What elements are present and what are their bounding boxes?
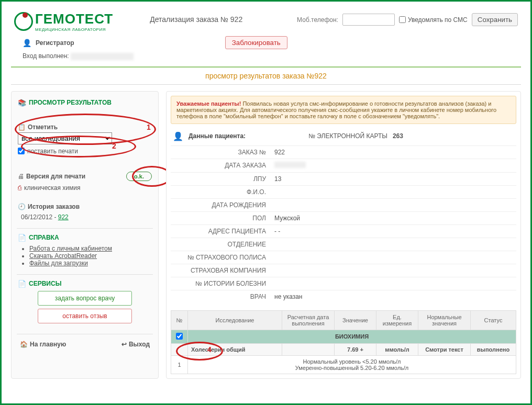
history-title: История заказов <box>28 203 80 210</box>
clock-icon: 🕘 <box>18 203 26 210</box>
notice-lead: Уважаемые пациенты! <box>176 100 241 107</box>
results-title: ПРОСМОТР РЕЗУЛЬТАТОВ <box>29 99 112 106</box>
save-button[interactable]: Сохранить <box>472 13 518 26</box>
help-title: СПРАВКА <box>29 234 59 241</box>
print-title: Версия для печати <box>26 173 85 180</box>
sms-checkbox[interactable] <box>399 16 406 23</box>
ref-text: Нормальный уровень <5.20 ммоль/л Умеренн… <box>188 355 516 374</box>
logo-text: ГЕМОТЕСТ <box>35 11 113 27</box>
exit-link[interactable]: ↩Выход <box>121 341 150 348</box>
ok-button[interactable]: o.k. <box>126 172 152 181</box>
pdf-link[interactable]: клиническая химия <box>24 184 81 192</box>
patient-label: Данные пациента: <box>189 132 246 140</box>
sidebar: 📚ПРОСМОТР РЕЗУЛЬТАТОВ 📋Отметить все иссл… <box>11 91 159 379</box>
ref-num: 1 <box>171 355 188 374</box>
order-detail-title: Детализация заказа № 922 <box>150 11 242 24</box>
blurred-date <box>274 162 306 168</box>
results-icon: 📚 <box>18 99 26 107</box>
user-icon: 👤 <box>23 39 31 47</box>
exit-icon: ↩ <box>121 341 127 348</box>
stamp-checkbox[interactable] <box>18 148 25 154</box>
home-icon: 🏠 <box>20 341 28 348</box>
notice-box: Уважаемые пациенты! Появилась новая услу… <box>171 96 516 124</box>
logo-icon <box>14 12 33 31</box>
clipboard-icon: 📋 <box>18 123 26 131</box>
help-link-cabinet[interactable]: Работа с личным кабинетом <box>29 245 112 252</box>
card-value: 263 <box>393 132 403 140</box>
result-row: Холестерин общий 7.69 + ммоль/л Смотри т… <box>171 343 516 355</box>
phone-input[interactable] <box>342 14 395 26</box>
view-bar-title: просмотр результатов заказа №922 <box>11 68 521 85</box>
feedback-button[interactable]: оставить отзыв <box>38 309 132 323</box>
role-label: Регистратор <box>36 39 74 47</box>
services-icon: 📄 <box>18 280 26 288</box>
services-title: СЕРВИСЫ <box>29 280 61 287</box>
group-title: БИОХИМИЯ <box>188 330 516 343</box>
help-link-files[interactable]: Файлы для загрузки <box>29 260 88 267</box>
print-icon: 🖨 <box>18 173 24 180</box>
history-link[interactable]: 922 <box>58 213 69 221</box>
mark-title: Отметить <box>28 123 58 131</box>
select-all-tests[interactable]: все исследования <box>18 132 112 144</box>
pdf-icon: ⎙ <box>18 184 21 192</box>
history-date: 06/12/2012 - <box>21 213 58 221</box>
help-link-acrobat[interactable]: Скачать AcrobatReader <box>29 252 97 260</box>
login-prefix: Вход выполнен: <box>23 52 69 60</box>
ask-doctor-button[interactable]: задать вопрос врачу <box>38 291 132 306</box>
stamp-label: поставить печати <box>27 148 78 155</box>
block-button[interactable]: Заблокировать <box>225 36 287 49</box>
group-checkbox[interactable] <box>176 333 183 340</box>
logo-subtext: МЕДИЦИНСКАЯ ЛАБОРАТОРИЯ <box>35 27 113 32</box>
main-panel: Уважаемые пациенты! Появилась новая услу… <box>166 91 521 379</box>
home-link[interactable]: 🏠На главную <box>20 341 66 348</box>
patient-info-table: ЗАКАЗ №922 ДАТА ЗАКАЗА ЛПУ13 Ф.И.О. ДАТА… <box>171 145 516 303</box>
patient-icon: 👤 <box>173 131 183 141</box>
stamp-checkbox-row[interactable]: поставить печати <box>18 148 152 155</box>
login-name-blurred <box>71 53 134 60</box>
help-icon: 📄 <box>18 234 26 242</box>
phone-label: Моб.телефон: <box>297 16 338 24</box>
card-label: № ЭЛЕКТРОННОЙ КАРТЫ <box>308 132 387 140</box>
sms-label: Уведомлять по СМС <box>408 16 468 24</box>
sms-checkbox-row[interactable]: Уведомлять по СМС <box>399 16 468 24</box>
results-table: № Исследование Расчетная дата выполнения… <box>171 310 516 374</box>
logo: ГЕМОТЕСТ МЕДИЦИНСКАЯ ЛАБОРАТОРИЯ <box>14 11 113 32</box>
